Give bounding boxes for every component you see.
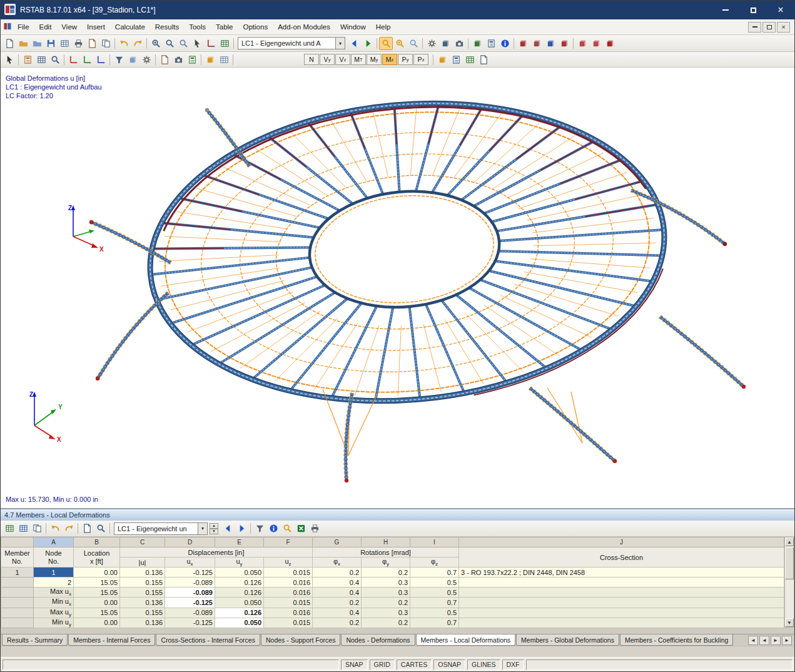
value-cell[interactable]: 0.050 xyxy=(215,568,264,578)
table-panel-header[interactable]: 4.7 Members - Local Deformations xyxy=(1,509,794,521)
edit-pointer-icon[interactable] xyxy=(3,53,16,66)
column-header-B[interactable]: B xyxy=(74,537,120,547)
menu-item-help[interactable]: Help xyxy=(371,21,396,33)
value-cell[interactable]: 0.2 xyxy=(313,618,362,628)
member-cell[interactable]: 1 xyxy=(1,568,34,578)
row-label-cell[interactable]: Min ux xyxy=(34,598,74,608)
value-cell[interactable]: 0.126 xyxy=(215,578,264,588)
result-table-icon[interactable] xyxy=(34,53,48,66)
column-header-C[interactable]: C xyxy=(120,537,165,547)
spinner-up-icon[interactable]: ▲ xyxy=(210,523,218,529)
value-cell[interactable]: 15.05 xyxy=(74,578,120,588)
rotation-display-icon[interactable] xyxy=(435,53,449,66)
value-cell[interactable]: 0.2 xyxy=(313,568,362,578)
calculation-icon[interactable] xyxy=(484,37,498,50)
value-cell[interactable]: 0.2 xyxy=(362,618,410,628)
value-cell[interactable]: 0.4 xyxy=(313,578,362,588)
value-cell[interactable]: 0.2 xyxy=(362,568,410,578)
project-navigator-icon[interactable] xyxy=(58,37,71,50)
column-header-J[interactable]: J xyxy=(459,537,784,547)
new-model-icon[interactable] xyxy=(3,37,16,50)
zoom-out-icon[interactable] xyxy=(163,37,176,50)
force-component-mt[interactable]: MT xyxy=(351,54,366,65)
module-dynamics-icon[interactable] xyxy=(544,37,557,50)
row-label-cell[interactable]: 1 xyxy=(34,568,74,578)
menu-item-insert[interactable]: Insert xyxy=(82,21,110,33)
check-data-icon[interactable] xyxy=(498,37,512,50)
visibility-modes-icon[interactable] xyxy=(438,37,452,50)
print-table-icon[interactable] xyxy=(308,522,322,535)
value-cell[interactable]: -0.125 xyxy=(165,618,215,628)
row-label-cell[interactable]: Max ux xyxy=(34,588,74,598)
zoom-in-icon[interactable] xyxy=(149,37,163,50)
zoom-window-icon[interactable] xyxy=(176,37,190,50)
cross-section-cell[interactable] xyxy=(459,598,784,608)
display-settings-icon[interactable] xyxy=(139,53,153,66)
find-object-icon[interactable] xyxy=(48,53,62,66)
value-cell[interactable]: -0.125 xyxy=(165,598,215,608)
member-cell[interactable] xyxy=(1,598,34,608)
menu-item-results[interactable]: Results xyxy=(150,21,184,33)
section-view-icon[interactable] xyxy=(217,53,231,66)
display-properties-icon[interactable] xyxy=(425,37,438,50)
value-cell[interactable]: 0.5 xyxy=(410,608,459,618)
force-component-my[interactable]: My xyxy=(367,54,382,65)
tab-members-coefficients-for-buckling[interactable]: Members - Coefficients for Buckling xyxy=(620,634,734,646)
column-header-G[interactable]: G xyxy=(313,537,362,547)
edit-mode-icon[interactable] xyxy=(80,522,94,535)
scroll-up-icon[interactable]: ▲ xyxy=(785,537,794,546)
value-cell[interactable]: 0.015 xyxy=(264,618,313,628)
value-cell[interactable]: 0.155 xyxy=(120,608,165,618)
status-toggle-dxf[interactable]: DXF xyxy=(502,659,524,670)
menu-item-options[interactable]: Options xyxy=(238,21,273,33)
value-cell[interactable]: 0.5 xyxy=(410,588,459,598)
next-table-lc-icon[interactable] xyxy=(235,522,248,535)
column-header-I[interactable]: I xyxy=(410,537,459,547)
tab-members-global-deformations[interactable]: Members - Global Deformations xyxy=(516,634,619,646)
value-cell[interactable]: -0.089 xyxy=(165,578,215,588)
open-project-icon[interactable] xyxy=(30,37,44,50)
menu-item-view[interactable]: View xyxy=(56,21,82,33)
camera-view-icon[interactable] xyxy=(171,53,185,66)
value-cell[interactable]: 0.126 xyxy=(215,608,264,618)
value-cell[interactable]: 0.015 xyxy=(264,598,313,608)
value-cell[interactable]: 0.016 xyxy=(264,608,313,618)
print-graphic-icon[interactable] xyxy=(71,37,85,50)
status-toggle-cartes[interactable]: CARTES xyxy=(397,659,432,670)
cross-section-cell[interactable]: 3 - RO 193.7x22.2 ; DIN 2448, DIN 2458 xyxy=(459,568,784,578)
force-component-mz[interactable]: Mz xyxy=(382,54,397,65)
minimize-button[interactable] xyxy=(712,1,739,19)
menu-item-tools[interactable]: Tools xyxy=(184,21,211,33)
member-cell[interactable] xyxy=(1,578,34,588)
table-scrollbar[interactable]: ▲ ▼ xyxy=(784,537,794,628)
table-info-icon[interactable] xyxy=(266,522,280,535)
column-header-H[interactable]: H xyxy=(362,537,410,547)
member-cell[interactable] xyxy=(1,608,34,618)
tab-members-internal-forces[interactable]: Members - Internal Forces xyxy=(68,634,155,646)
module-rsimp-icon[interactable] xyxy=(589,37,603,50)
value-cell[interactable]: 0.136 xyxy=(120,598,165,608)
menu-item-add-on-modules[interactable]: Add-on Modules xyxy=(273,21,335,33)
force-component-n[interactable]: N xyxy=(304,54,319,65)
tab-scroll-next[interactable]: ► xyxy=(771,636,781,645)
value-cell[interactable]: 0.4 xyxy=(313,608,362,618)
menu-item-window[interactable]: Window xyxy=(335,21,371,33)
value-cell[interactable]: 0.155 xyxy=(120,588,165,598)
copy-icon[interactable] xyxy=(99,37,113,50)
value-cell[interactable]: -0.125 xyxy=(165,568,215,578)
value-cell[interactable]: 0.050 xyxy=(215,598,264,608)
module-rsmove-icon[interactable] xyxy=(603,37,617,50)
tab-results-summary[interactable]: Results - Summary xyxy=(2,634,68,646)
table-printout-icon[interactable] xyxy=(463,53,477,66)
jump-next-icon[interactable] xyxy=(62,522,76,535)
table-export-icon[interactable] xyxy=(3,522,16,535)
child-minimize-button[interactable] xyxy=(748,22,761,33)
value-cell[interactable]: 0.3 xyxy=(362,578,410,588)
view-x-icon[interactable] xyxy=(66,53,80,66)
column-header-A[interactable]: A xyxy=(34,537,74,547)
module-steel-icon[interactable] xyxy=(516,37,530,50)
tab-scroll-last[interactable]: ► xyxy=(782,636,792,645)
module-rsbuck-icon[interactable] xyxy=(575,37,589,50)
value-cell[interactable]: 0.2 xyxy=(313,598,362,608)
diagram-settings-icon[interactable] xyxy=(449,53,463,66)
